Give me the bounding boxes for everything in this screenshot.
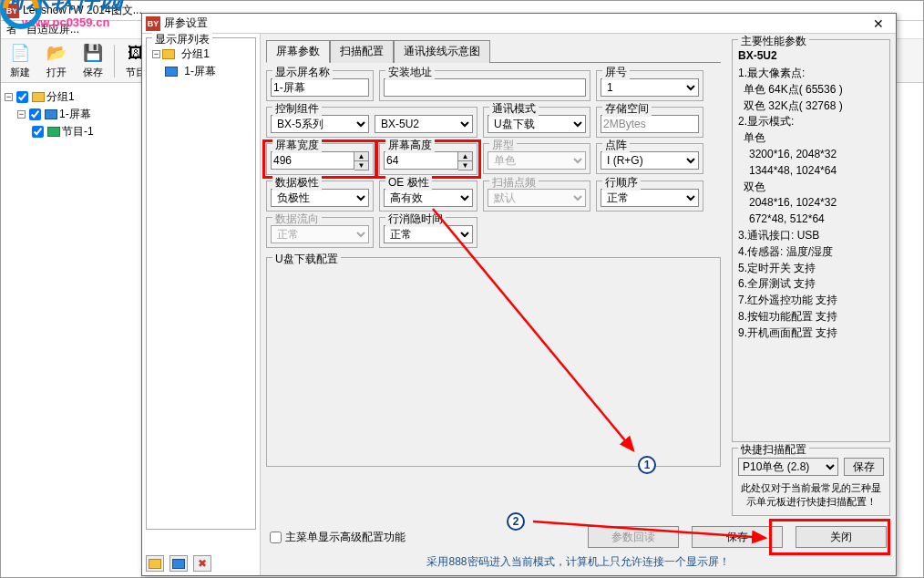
dlg-tree-group[interactable]: − 分组1 [152,46,250,63]
field-dot-matrix: 点阵I (R+G) [596,143,703,174]
perf-item: 1344*48, 1024*64 [749,163,884,179]
quick-note: 此处仅对于当前最常见的三种显示单元板进行快捷扫描配置！ [738,481,884,510]
perf-model: BX-5U2 [738,49,884,62]
tree-check[interactable] [32,126,44,138]
field-storage: 存储空间 [596,107,703,138]
perf-item: 3200*16, 2048*32 [749,147,884,162]
perf-item: 5.定时开关 支持 [738,261,884,276]
dialog-right-pane: 主要性能参数 BX-5U2 1.最大像素点:单色 64K点( 65536 )双色… [726,34,896,575]
dlg-tree-screen[interactable]: 1-屏幕 [165,63,250,80]
menu-adapt[interactable]: 自适应屏... [26,22,79,37]
quick-save-button[interactable]: 保存 [844,458,884,476]
select-data-flow: 正常 [271,225,369,243]
perf-item: 单色 64K点( 65536 ) [744,82,884,98]
tree-check[interactable] [16,91,28,103]
annotation-badge-2: 2 [507,512,525,531]
spin-down-icon[interactable]: ▼ [458,161,472,170]
program-icon [47,127,60,137]
file-new-icon: 📄 [9,42,31,64]
field-hide-time: 行消隐时间正常 [379,217,477,248]
tree-check[interactable] [29,108,41,120]
perf-item: 双色 [744,180,884,195]
perf-item: 672*48, 512*64 [749,212,884,227]
dialog-main-pane: 屏幕参数 扫描配置 通讯接线示意图 显示屏名称 安装地址 屏号1 控制组件 BX… [261,34,726,575]
field-height: 屏幕高度▲▼ [379,143,477,175]
folder-icon [162,49,175,59]
app-icon: BY [5,4,19,18]
spin-down-icon[interactable]: ▼ [354,161,368,170]
select-screen-no[interactable]: 1 [601,78,699,97]
input-width[interactable] [271,151,354,170]
spin-up-icon[interactable]: ▲ [458,152,472,161]
select-dot-matrix[interactable]: I (R+G) [601,151,699,170]
field-width: 屏幕宽度▲▼ [266,143,374,175]
toolbar-open[interactable]: 📂打开 [41,42,72,79]
input-screen-name[interactable] [271,78,369,97]
perf-item: 2048*16, 1024*32 [749,195,884,211]
select-row-order[interactable]: 正常 [601,189,699,207]
project-tree-pane: −分组1 −1-屏幕 节目-1 [1,83,142,577]
collapse-icon[interactable]: − [5,93,13,101]
perf-item: 双色 32K点( 32768 ) [744,98,884,114]
select-ctrl-model[interactable]: BX-5U2 [375,115,473,133]
dialog-title-bar: BY 屏参设置 ✕ [142,14,896,34]
collapse-icon[interactable]: − [152,50,160,58]
adv-config-checkbox[interactable]: 主菜单显示高级配置功能 [270,530,406,545]
dialog-left-pane: 显示屏列表 − 分组1 1-屏幕 ✖ [142,34,261,575]
btn-delete[interactable]: ✖ [193,555,211,572]
btn-folder-new[interactable] [146,555,164,572]
select-quick-scan[interactable]: P10单色 (2.8) [738,458,838,476]
screen-icon [172,559,185,569]
perf-item: 2.显示模式: [738,114,884,129]
select-hide-time[interactable]: 正常 [384,225,473,243]
menu-item[interactable]: 者 [6,22,17,37]
screen-icon [165,67,178,77]
save-button[interactable]: 保存 [692,526,783,548]
btn-screen-new[interactable] [169,555,188,572]
field-comm-mode: 通讯模式U盘下载 [483,107,590,138]
select-comm-mode[interactable]: U盘下载 [488,115,586,133]
tree-program[interactable]: 节目-1 [30,123,138,140]
dialog-title: 屏参设置 [164,15,208,31]
field-scan-freq: 扫描点频默认 [483,181,590,212]
folder-icon [149,559,161,569]
select-screen-type: 单色 [488,151,586,170]
save-icon: 💾 [82,42,104,64]
select-oe-polarity[interactable]: 高有效 [384,189,473,207]
perf-item: 单色 [744,130,884,146]
annotation-badge-1: 1 [638,456,656,474]
toolbar-new[interactable]: 📄新建 [5,42,36,79]
perf-item: 8.按钮功能配置 支持 [738,309,884,325]
tree-screen[interactable]: −1-屏幕 [17,106,138,123]
perf-item: 7.红外遥控功能 支持 [738,293,884,308]
input-install-addr[interactable] [384,78,586,97]
select-data-polarity[interactable]: 负极性 [271,189,369,207]
spin-up-icon[interactable]: ▲ [354,152,368,161]
perf-item: 3.通讯接口: USB [738,228,884,243]
field-data-flow: 数据流向正常 [266,217,374,248]
field-screen-name: 显示屏名称 [266,70,374,101]
tab-scan-config[interactable]: 扫描配置 [330,40,394,63]
toolbar-save[interactable]: 💾保存 [77,42,108,79]
field-row-order: 行顺序正常 [596,181,703,212]
close-icon[interactable]: ✕ [865,15,892,32]
tabs: 屏幕参数 扫描配置 通讯接线示意图 [266,39,721,63]
tab-wiring[interactable]: 通讯接线示意图 [394,40,490,63]
folder-icon [32,92,45,102]
field-install-addr: 安装地址 [379,70,590,101]
group-label: 显示屏列表 [152,32,212,47]
select-ctrl-series[interactable]: BX-5系列 [271,115,369,133]
collapse-icon[interactable]: − [17,110,26,119]
perf-item: 4.传感器: 温度/湿度 [738,244,884,260]
tab-screen-params[interactable]: 屏幕参数 [266,40,330,63]
main-title: LedshowTW 2014图文... [23,3,142,18]
perf-group: 主要性能参数 BX-5U2 1.最大像素点:单色 64K点( 65536 )双色… [732,39,890,442]
tree-group[interactable]: −分组1 [5,88,138,106]
input-height[interactable] [384,151,458,170]
perf-item: 9.开机画面配置 支持 [738,325,884,341]
field-screen-type: 屏型单色 [483,143,590,174]
input-storage [601,115,699,133]
status-text: 采用888密码进入当前模式，计算机上只允许连接一个显示屏！ [270,554,887,570]
app-icon: BY [146,16,160,31]
field-oe-polarity: OE 极性高有效 [379,181,477,212]
